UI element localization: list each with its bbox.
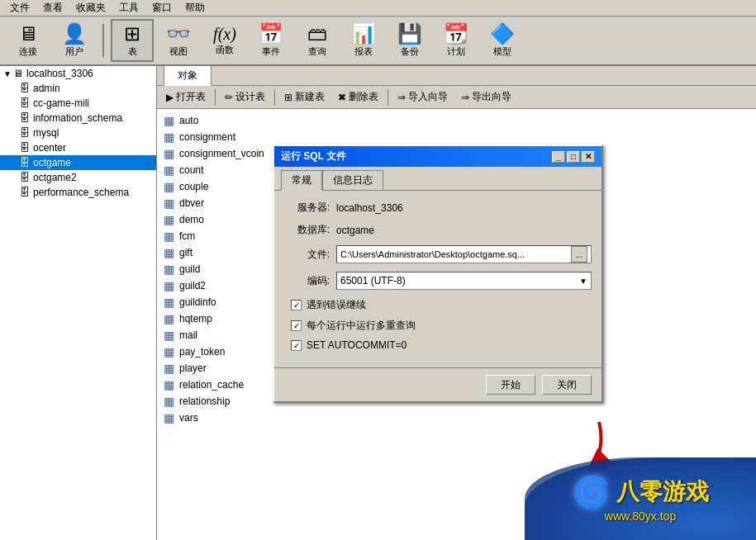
file-input[interactable]: C:\Users\Administrator\Desktop\octgame.s… [336, 245, 592, 263]
dialog-titlebar: 运行 SQL 文件 _ □ ✕ [274, 146, 601, 167]
checkbox-row-2: ✓ 每个运行中运行多重查询 [284, 319, 592, 333]
start-button[interactable]: 开始 [486, 375, 535, 395]
database-row: 数据库: octgame [284, 223, 592, 237]
checkbox-1[interactable]: ✓ [291, 300, 302, 310]
checkbox-2[interactable]: ✓ [291, 320, 302, 331]
checkbox-2-label: 每个运行中运行多重查询 [307, 319, 416, 333]
server-label: 服务器: [284, 201, 330, 215]
file-label: 文件: [284, 248, 330, 262]
encoding-dropdown-icon: ▼ [579, 277, 587, 286]
server-value: localhost_3306 [336, 202, 592, 214]
dialog-controls: _ □ ✕ [552, 151, 595, 163]
checkbox-3-label: SET AUTOCOMMIT=0 [307, 339, 407, 351]
encoding-value: 65001 (UTF-8) [340, 275, 406, 287]
run-sql-dialog: 运行 SQL 文件 _ □ ✕ 常规 信息日志 服务器: localhost_3… [273, 144, 603, 403]
file-browse-btn[interactable]: ... [571, 246, 587, 263]
checkbox-1-label: 遇到错误继续 [307, 298, 366, 312]
dialog-maximize-btn[interactable]: □ [567, 151, 580, 163]
encoding-select[interactable]: 65001 (UTF-8) ▼ [336, 272, 592, 290]
checkbox-3[interactable]: ✓ [291, 340, 302, 351]
database-value: octgame [336, 225, 592, 236]
file-row: 文件: C:\Users\Administrator\Desktop\octga… [284, 245, 592, 263]
dialog-tab-general[interactable]: 常规 [281, 170, 322, 191]
dialog-minimize-btn[interactable]: _ [552, 151, 565, 163]
dialog-footer: 开始 关闭 [274, 367, 601, 401]
database-label: 数据库: [284, 223, 330, 237]
dialog-tab-log[interactable]: 信息日志 [322, 170, 383, 190]
checkbox-row-3: ✓ SET AUTOCOMMIT=0 [284, 339, 592, 351]
checkbox-row-1: ✓ 遇到错误继续 [284, 298, 592, 312]
encoding-label: 编码: [284, 274, 330, 288]
dialog-overlay: 运行 SQL 文件 _ □ ✕ 常规 信息日志 服务器: localhost_3… [0, 0, 756, 540]
dialog-body: 服务器: localhost_3306 数据库: octgame 文件: C:\… [274, 191, 601, 367]
close-button[interactable]: 关闭 [542, 375, 592, 395]
file-value: C:\Users\Administrator\Desktop\octgame.s… [340, 249, 525, 259]
dialog-tabs: 常规 信息日志 [274, 167, 601, 191]
encoding-row: 编码: 65001 (UTF-8) ▼ [284, 272, 592, 290]
server-row: 服务器: localhost_3306 [284, 201, 592, 215]
dialog-title: 运行 SQL 文件 [281, 149, 346, 163]
dialog-close-btn[interactable]: ✕ [582, 151, 595, 163]
